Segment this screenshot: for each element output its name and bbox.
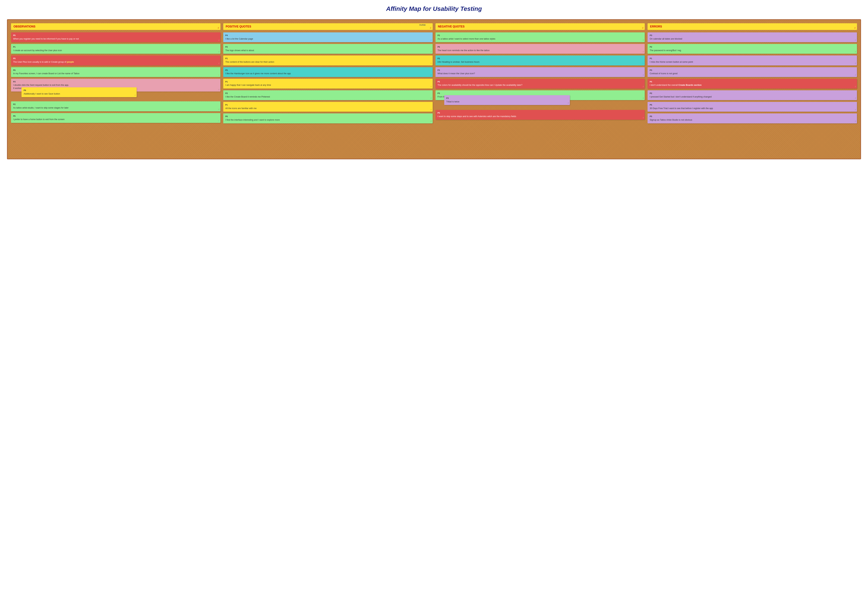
note-n3: P2 Info Heading is unclear. Set business… — [436, 56, 645, 65]
note-p8: P6 I find the interface interesting and … — [223, 113, 433, 123]
note-n4: P3 What does it mean the User plus icon? — [436, 67, 645, 77]
note-o1: P5 When you register you need to be info… — [11, 33, 220, 42]
note-o7: P6 I prefer to have a home button to exi… — [11, 113, 220, 123]
note-e6: P2 I pressed Get Started but I don't und… — [648, 90, 857, 100]
note-e4: P3 Contrast of Icons is not good — [648, 67, 857, 77]
note-o4: P6 In my Favorites screen, I can create … — [11, 67, 220, 77]
note-n1: P2 As a tattoo artist I want to select m… — [436, 33, 645, 42]
page-title: Affinity Map for Usability Testing — [7, 5, 861, 12]
column-header-errors: ERRORS — [648, 23, 857, 30]
note-p7: P1 All the icons are familiar with me — [223, 102, 433, 112]
note-p5: P1 I am happy that I can navigate back a… — [223, 79, 433, 88]
note-n6b: P3 Tribal is twice — [444, 95, 570, 105]
note-p4: P5 I like the Hamburger icon as it gives… — [223, 67, 433, 77]
note-n2: P6 The heart icon reminds me the action … — [436, 44, 645, 54]
note-e7: P5 30 Days Free Trial.I want to see that… — [648, 102, 857, 112]
note-n7: P5 I want to skip some steps and to see … — [436, 110, 645, 120]
note-o6: P2 As tattoo artist-studio, I want to sk… — [11, 101, 220, 111]
note-o2: P1 I create an account by selecting the … — [11, 44, 220, 54]
note-e8: P5 Signup as Tattoo Artist-Studio is not… — [648, 113, 857, 123]
column-header-observations: OBSERVATIONS — [11, 23, 220, 30]
column-errors: ERRORS P3 On calendar all dates are bloc… — [648, 23, 857, 155]
note-n5: P5 The colors for availability should be… — [436, 79, 645, 88]
affinity-board: OBSERVATIONS P5 When you register you ne… — [7, 19, 861, 159]
column-observations: OBSERVATIONS P5 When you register you ne… — [11, 23, 220, 155]
note-e3: P1 I miss the Home screen button at some… — [648, 56, 857, 65]
note-p1: P4 I like a lot the Calendar page — [223, 33, 433, 42]
note-e1: P3 On calendar all dates are blocked — [648, 33, 857, 42]
note-p6: P2 I like the Create Board it reminds me… — [223, 90, 433, 100]
note-e5: P5 I don't understand the overall Create… — [648, 79, 857, 88]
note-o5b: P6 Additionally I want to see Save butto… — [22, 87, 136, 97]
column-negative: NEGATIVE QUOTES P2 As a tattoo artist I … — [436, 23, 645, 155]
note-e2: P2 The password is wrong!But I reg. — [648, 44, 857, 54]
column-positive: POSITIVE QUOTES //sofiak P4 I like a lot… — [223, 23, 433, 155]
column-header-negative: NEGATIVE QUOTES — [436, 23, 645, 30]
column-header-positive: POSITIVE QUOTES //sofiak — [223, 23, 433, 30]
note-o3: P5 The User Plus Icon usually is to add … — [11, 56, 220, 65]
note-p2: P2 The logo shows what is about — [223, 44, 433, 54]
note-p3: P1 The content of the buttons are clear … — [223, 56, 433, 65]
